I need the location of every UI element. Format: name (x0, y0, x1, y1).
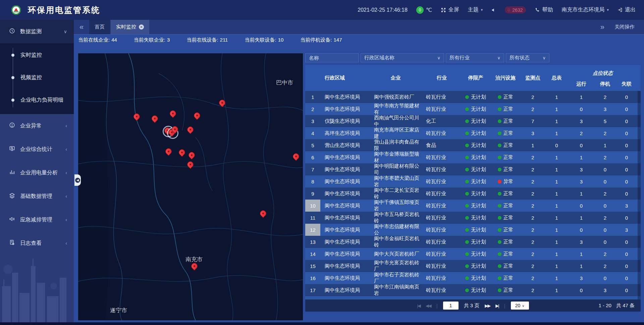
region-select[interactable]: 行政区域名称 ∨ (361, 53, 444, 62)
last-page-button[interactable]: ▶| (495, 303, 498, 308)
table-row[interactable]: 13阆中生态环境局阆中市金福旺页岩机砖砖瓦行业无计划正常21300 (305, 236, 641, 248)
row-meter-count: 1 (544, 272, 569, 284)
tab-realtime-monitor[interactable]: 实时监控✕ (111, 20, 149, 34)
tabs-scroll-left-button[interactable]: « (74, 20, 89, 34)
table-row[interactable]: 1阆中生态环境局阆中强锐页岩砖厂砖瓦行业无计划正常21120 (305, 91, 641, 103)
table-row[interactable]: 18南部生态环境局南部县建兴页岩砖厂砖瓦行业无计划正常21030 (305, 296, 641, 300)
map-pin-icon[interactable] (170, 110, 176, 117)
pin-shape (150, 114, 159, 123)
page-number-input[interactable] (443, 302, 459, 310)
row-monitor-count: 1 (522, 139, 544, 151)
prev-page-button[interactable]: ◀◀ (426, 303, 431, 308)
row-company: 阆中市南方节能建材有 (370, 103, 422, 115)
row-industry: 砖瓦行业 (422, 272, 462, 284)
sidebar-item-base-data[interactable]: 基础数据管理‹ (0, 184, 74, 208)
table-row[interactable]: 2阆中生态环境局阆中市南方节能建材有砖瓦行业无计划正常21030 (305, 103, 641, 115)
row-halt-count: 0 (593, 163, 617, 175)
table-row[interactable]: 17阆中生态环境局阆中市江南镇阆南页岩砖瓦行业无计划正常21030 (305, 284, 641, 296)
row-index: 13 (305, 236, 320, 248)
stop-status-text: 无计划 (471, 178, 486, 185)
sidebar-item-power-analysis[interactable]: 企业用电量分析‹ (0, 161, 74, 184)
sidebar-item-realtime-monitor[interactable]: 实时监控 (0, 44, 74, 66)
table-row[interactable]: 6阆中生态环境局阆中市金博瑞新型墙材砖瓦行业无计划正常21120 (305, 151, 641, 163)
status-select[interactable]: 所有状态 ∨ (506, 53, 549, 62)
page-title: 环保用电监管系统 (28, 5, 100, 15)
table-row[interactable]: 10阆中生态环境局阆中千佛镇五郎垭页岩砖瓦行业无计划正常21003 (305, 200, 641, 212)
mute-button[interactable] (491, 8, 496, 12)
row-stop-status: 无计划 (462, 200, 489, 212)
table-scrollbar[interactable] (638, 91, 641, 300)
close-operations-button[interactable]: 关闭操作 (614, 24, 635, 30)
map-pin-icon[interactable] (260, 210, 267, 217)
column-header-lost: 失联 (617, 81, 636, 87)
fullscreen-button[interactable]: 全屏 (441, 6, 459, 13)
first-page-button[interactable]: |◀ (417, 303, 420, 308)
sidebar-collapse-handle[interactable]: ◀ (74, 174, 81, 186)
row-stop-status: 无计划 (462, 212, 489, 224)
table-row[interactable]: 9阆中生态环境局阆中市二龙长宝页岩砖砖瓦行业无计划正常21120 (305, 187, 641, 200)
row-company: 阆中市光富页岩机砖厂 (370, 260, 422, 272)
user-dropdown[interactable]: 南充市生态环境局 ▾ (561, 6, 609, 13)
status-dot-icon (465, 144, 469, 147)
tabs-scroll-right-button[interactable]: » (600, 23, 604, 32)
map-pin-icon[interactable] (165, 148, 172, 155)
sidebar-group-power-analysis: 企业用电量分析‹ (0, 161, 74, 184)
table-row[interactable]: 11阆中生态环境局阆中市五马桥页岩机砖砖瓦行业无计划正常21120 (305, 212, 641, 224)
tab-home[interactable]: 首页 (89, 20, 110, 34)
map-pin-icon[interactable] (191, 263, 198, 270)
map-pin-icon[interactable] (172, 126, 178, 133)
map-pin-icon[interactable] (152, 115, 158, 122)
map-city-label: 巴中市 (276, 79, 293, 87)
map-pin-icon[interactable] (189, 152, 195, 159)
map-pin-icon[interactable] (133, 113, 140, 120)
map-pin-icon[interactable] (194, 112, 201, 119)
row-halt-count: 3 (593, 103, 617, 115)
industry-select[interactable]: 所有行业 ∨ (446, 53, 504, 62)
pin-shape (177, 148, 186, 157)
map-pin-icon[interactable] (219, 100, 226, 106)
sidebar-item-log-view[interactable]: 日志查看‹ (0, 231, 74, 255)
divider: | (504, 303, 505, 309)
row-run-count: 3 (569, 272, 593, 284)
sidebar-item-enterprise-statistics[interactable]: 企业综合统计‹ (0, 138, 74, 161)
logout-icon (618, 7, 623, 12)
status-dot-icon (465, 228, 469, 232)
logout-button[interactable]: 退出 (618, 6, 636, 13)
facility-status-text: 正常 (503, 203, 514, 209)
sidebar-item-video-monitor[interactable]: 视频监控 (0, 66, 74, 89)
sidebar-item-data-monitoring[interactable]: 数据监测∨ (0, 20, 74, 43)
map-pin-icon[interactable] (187, 161, 194, 168)
notification-badge[interactable]: 2632 (505, 6, 526, 13)
page-size-select[interactable]: 20∨ (511, 302, 529, 310)
table-row[interactable]: 8阆中生态环境局阆中市枣碧大梁山页岩砖瓦行业无计划异常21300 (305, 175, 641, 187)
theme-dropdown[interactable]: 主题▾ (468, 6, 483, 13)
table-row[interactable]: 7阆中生态环境局阆中明阳建材有限公司砖瓦行业无计划正常21300 (305, 163, 641, 175)
table-row[interactable]: 12阆中生态环境局阆中市忠信建材有限公砖瓦行业无计划正常21003 (305, 224, 641, 236)
sidebar-submenu: 实时监控视频监控企业电力负荷明细 (0, 43, 74, 114)
table-row[interactable]: 4高坪生态环境局南充市高坪区王家店建砖瓦行业无计划正常31220 (305, 127, 641, 139)
row-monitor-count: 2 (522, 163, 544, 175)
status-dot-icon (465, 264, 469, 268)
row-facility-status: 异常 (489, 175, 522, 187)
map-pin-icon[interactable] (187, 126, 194, 133)
map-pin-icon[interactable] (293, 153, 300, 160)
close-icon[interactable]: ✕ (139, 24, 144, 30)
table-row[interactable]: 5营山生态环境局营山县润丰肉食品有限食品无计划正常10010 (305, 139, 641, 151)
table-row[interactable]: 14阆中生态环境局阆中大兴页岩机砖厂砖瓦行业无计划正常21120 (305, 248, 641, 260)
map[interactable]: 巴中市南充市遂宁市 (78, 53, 303, 320)
table-row[interactable]: 15阆中生态环境局阆中市光富页岩机砖厂砖瓦行业无计划正常21120 (305, 260, 641, 272)
next-page-button[interactable]: ▶▶ (485, 303, 490, 308)
row-meter-count: 1 (544, 91, 569, 103)
status-dot-icon (498, 119, 501, 123)
help-button[interactable]: 帮助 (535, 6, 553, 13)
row-meter-count: 1 (544, 236, 569, 248)
table-row[interactable]: 3仪陇生态环境局西南油气田分公司川中化工无计划正常71350 (305, 115, 641, 127)
name-search-input[interactable] (305, 53, 359, 62)
table-row[interactable]: 16阆中生态环境局阆中市石子页岩机砖厂砖瓦行业无计划正常21300 (305, 272, 641, 284)
row-meter-count: 1 (544, 200, 569, 212)
sidebar-item-emergency-reduction[interactable]: 应急减排管理‹ (0, 208, 74, 231)
sidebar-item-enterprise-abnormal[interactable]: 企业异常‹ (0, 114, 74, 138)
sidebar-item-power-load-detail[interactable]: 企业电力负荷明细 (0, 89, 74, 111)
row-halt-count: 5 (593, 115, 617, 127)
map-pin-icon[interactable] (179, 149, 185, 156)
